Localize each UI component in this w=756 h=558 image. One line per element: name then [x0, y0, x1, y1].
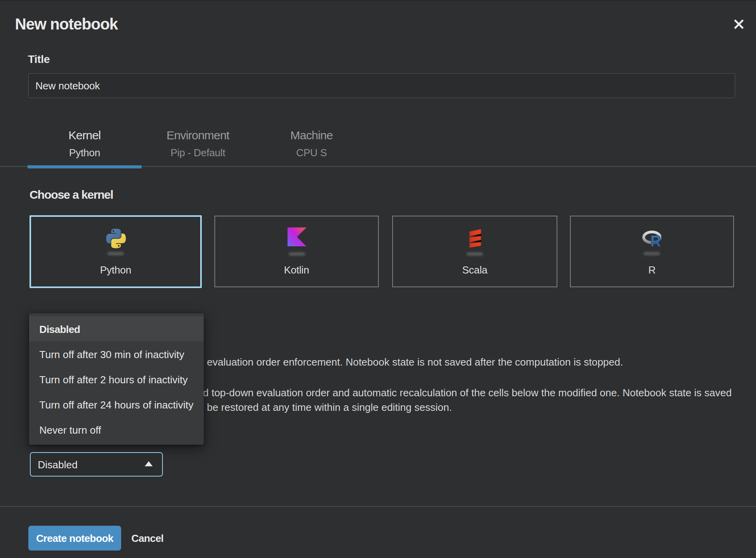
svg-text:R: R	[651, 233, 661, 247]
